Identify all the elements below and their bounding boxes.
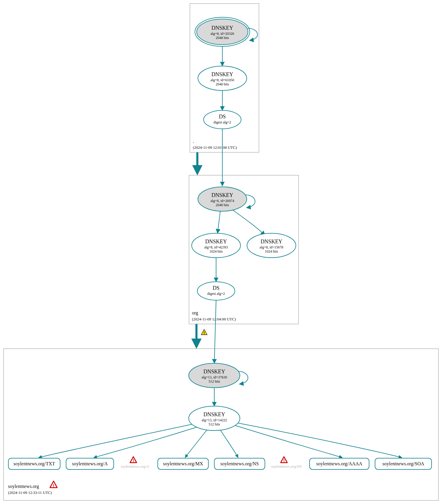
node-org-ds: DS digest alg=2 bbox=[197, 282, 235, 300]
node-sub1: alg=8, id=26974 bbox=[210, 199, 234, 203]
node-sub2: 2048 bits bbox=[216, 82, 229, 86]
node-root-ksk: DNSKEY alg=8, id=20326 2048 bits bbox=[195, 17, 250, 46]
dnssec-diagram: DNSKEY alg=8, id=20326 2048 bits DNSKEY … bbox=[0, 0, 442, 504]
node-sub1: alg=8, id=42393 bbox=[204, 245, 228, 249]
node-root-ds: DS digest alg=2 bbox=[204, 110, 241, 129]
node-title: DS bbox=[213, 285, 219, 291]
edge-rr-soa bbox=[238, 423, 402, 458]
node-title: DNSKEY bbox=[203, 369, 225, 375]
ghost-rr-a: soylentnews.org/A bbox=[121, 464, 149, 469]
node-sub2: 512 bits bbox=[209, 422, 220, 426]
node-sub2: 1024 bits bbox=[210, 249, 223, 253]
node-sub1: alg=8, id=61050 bbox=[210, 78, 234, 82]
node-sub1: alg=13, id=37630 bbox=[202, 375, 227, 379]
rr-label: soylentnews.org/NS bbox=[220, 461, 259, 467]
warning-icon-red-zone: ! bbox=[50, 481, 57, 488]
node-org-zska: DNSKEY alg=8, id=42393 1024 bits bbox=[192, 233, 240, 258]
edge-rr-txt bbox=[39, 424, 192, 458]
warning-icon-yellow: ! bbox=[201, 329, 207, 335]
rr-label: soylentnews.org/A bbox=[72, 461, 108, 467]
zone-soylent-ts: (2024-11-09 12:33:11 UTC) bbox=[8, 490, 52, 495]
node-sub2: 2048 bits bbox=[216, 36, 229, 40]
rr-txt: soylentnews.org/TXT bbox=[8, 458, 60, 469]
node-soylent-zsk: DNSKEY alg=13, id=14222 512 bits bbox=[189, 406, 240, 431]
node-title: DNSKEY bbox=[211, 25, 233, 31]
zone-org-label: org bbox=[192, 310, 198, 316]
rr-ns: soylentnews.org/NS bbox=[214, 458, 265, 469]
node-soylent-ksk: DNSKEY alg=13, id=37630 512 bits bbox=[189, 363, 240, 388]
svg-text:!: ! bbox=[133, 458, 134, 463]
zone-org-ts: (2024-11-09 12:04:00 UTC) bbox=[192, 317, 236, 321]
edge-rr-a bbox=[94, 427, 196, 458]
node-title: DNSKEY bbox=[260, 239, 282, 245]
warning-icon-red-a: ! bbox=[130, 457, 137, 463]
node-sub1: alg=8, id=15678 bbox=[260, 245, 283, 249]
edge-orgksk-orgzskb bbox=[233, 210, 265, 235]
edge-selfloop-org-ksk bbox=[245, 195, 255, 208]
rr-label: soylentnews.org/AAAA bbox=[316, 461, 363, 467]
rr-a: soylentnews.org/A bbox=[66, 458, 114, 469]
node-title: DS bbox=[219, 114, 226, 120]
node-title: DNSKEY bbox=[203, 411, 225, 417]
node-sub1: alg=8, id=20326 bbox=[210, 32, 234, 36]
node-root-zsk: DNSKEY alg=8, id=61050 2048 bits bbox=[198, 66, 247, 90]
node-sub1: digest alg=2 bbox=[213, 120, 231, 124]
rr-aaaa: soylentnews.org/AAAA bbox=[310, 458, 369, 469]
rr-soa: soylentnews.org/SOA bbox=[375, 458, 432, 469]
node-title: DNSKEY bbox=[211, 71, 233, 77]
ghost-rr-ns: soylentnews.org/NS bbox=[271, 464, 302, 469]
node-sub1: alg=13, id=14222 bbox=[202, 418, 227, 422]
warning-icon-red-ns: ! bbox=[281, 457, 287, 463]
edge-orgksk-orgzska bbox=[218, 211, 220, 233]
node-sub2: 1024 bits bbox=[265, 249, 278, 253]
edge-rr-ns bbox=[220, 430, 238, 458]
node-sub2: 512 bits bbox=[209, 379, 220, 384]
zone-root-label: . bbox=[193, 139, 194, 144]
node-title: DNSKEY bbox=[211, 192, 233, 198]
edge-rr-mx bbox=[185, 430, 207, 458]
svg-text:!: ! bbox=[53, 483, 54, 488]
node-org-zskb: DNSKEY alg=8, id=15678 1024 bits bbox=[247, 233, 296, 258]
node-sub1: digest alg=2 bbox=[207, 292, 225, 296]
node-org-ksk: DNSKEY alg=8, id=26974 2048 bits bbox=[198, 187, 247, 211]
rr-label: soylentnews.org/SOA bbox=[382, 461, 424, 467]
rr-label: soylentnews.org/TXT bbox=[13, 461, 55, 467]
edge-rr-aaaa bbox=[235, 425, 342, 458]
rr-mx: soylentnews.org/MX bbox=[158, 458, 208, 469]
rr-label: soylentnews.org/MX bbox=[163, 461, 203, 467]
node-sub2: 2048 bits bbox=[216, 203, 229, 207]
svg-text:!: ! bbox=[283, 458, 285, 463]
zone-soylent-label: soylentnews.org bbox=[8, 484, 39, 489]
svg-text:!: ! bbox=[204, 331, 205, 335]
edge-orgds-soyksk bbox=[214, 300, 216, 363]
zone-root-ts: (2024-11-09 12:01:08 UTC) bbox=[193, 145, 237, 150]
node-title: DNSKEY bbox=[205, 239, 227, 245]
